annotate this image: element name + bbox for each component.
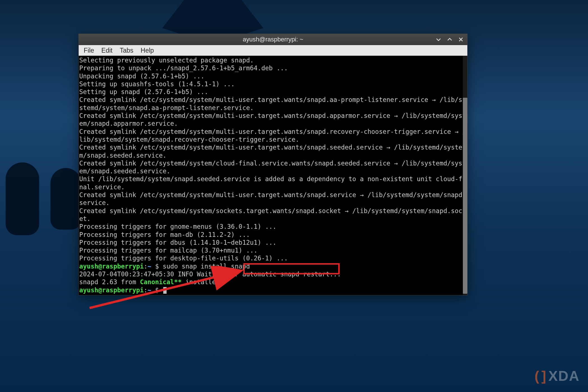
terminal-window: ayush@raspberrypi: ~ File Edit Tabs Help… (78, 34, 468, 295)
menu-tabs[interactable]: Tabs (118, 46, 136, 55)
cursor-icon (163, 287, 167, 294)
command-text: sudo snap install snapd (163, 263, 250, 270)
watermark-bracket-icon: ( (535, 368, 540, 384)
terminal-body[interactable]: Selecting previously unselected package … (79, 56, 467, 295)
publisher-name: Canonical** (140, 278, 182, 286)
terminal-line-post: installed (182, 278, 220, 286)
window-controls (435, 36, 465, 43)
prompt-path: ~ (148, 286, 151, 294)
terminal-output: Selecting previously unselected package … (79, 57, 466, 262)
terminal-line-pre: snapd 2.63 from (79, 278, 140, 286)
prompt-dollar: $ (151, 263, 163, 270)
background-silhouette-bird (6, 162, 39, 235)
minimize-button[interactable] (435, 36, 442, 43)
menu-edit[interactable]: Edit (99, 46, 115, 55)
scrollbar[interactable] (463, 56, 467, 295)
prompt-sep: : (144, 263, 148, 270)
terminal-line: 2024-07-04T00:23:47+05:30 INFO Waiting f… (79, 270, 341, 278)
watermark-text: XDA (548, 368, 580, 384)
maximize-button[interactable] (446, 36, 453, 43)
prompt-user: ayush@raspberrypi (79, 286, 144, 294)
scrollbar-thumb[interactable] (463, 98, 467, 294)
menu-file[interactable]: File (81, 46, 96, 55)
xda-watermark: (]XDA (535, 368, 580, 384)
prompt-sep: : (144, 286, 148, 294)
prompt-user: ayush@raspberrypi (79, 263, 144, 270)
window-titlebar[interactable]: ayush@raspberrypi: ~ (79, 34, 467, 45)
menu-help[interactable]: Help (138, 46, 156, 55)
close-button[interactable] (457, 36, 465, 43)
prompt-path: ~ (148, 263, 151, 270)
watermark-bracket-icon: ] (542, 368, 547, 384)
background-silhouette-bird (50, 168, 81, 230)
window-title: ayush@raspberrypi: ~ (243, 36, 303, 43)
prompt-dollar: $ (151, 286, 163, 294)
menubar: File Edit Tabs Help (79, 45, 467, 56)
